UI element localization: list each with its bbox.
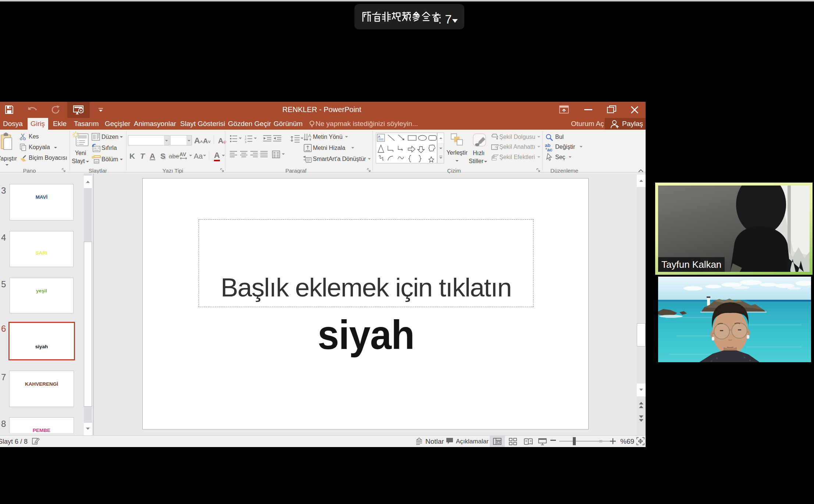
svg-text:ac: ac <box>547 147 552 152</box>
svg-text:A: A <box>308 133 311 138</box>
svg-text:: 7: : 7 <box>438 12 452 26</box>
svg-text:1: 1 <box>245 135 246 138</box>
svg-text:A: A <box>378 135 381 138</box>
svg-text:3: 3 <box>245 141 246 143</box>
svg-text:2: 2 <box>245 138 246 140</box>
svg-text:AV: AV <box>179 152 186 157</box>
